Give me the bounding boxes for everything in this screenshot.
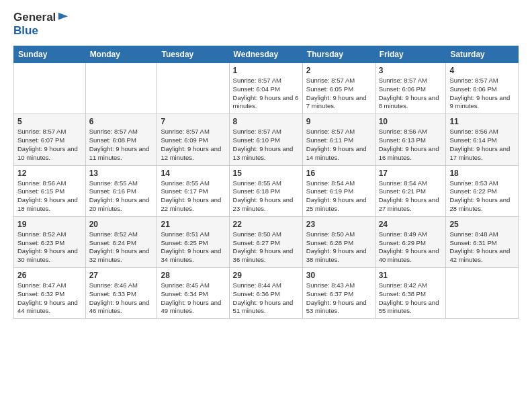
day-number: 7 — [161, 117, 225, 126]
weekday-header: Friday — [375, 46, 446, 63]
calendar-week-row: 26Sunrise: 8:47 AM Sunset: 6:32 PM Dayli… — [14, 268, 519, 319]
calendar-cell: 11Sunrise: 8:56 AM Sunset: 6:14 PM Dayli… — [446, 114, 519, 165]
calendar-cell: 28Sunrise: 8:45 AM Sunset: 6:34 PM Dayli… — [157, 268, 229, 319]
calendar-cell — [157, 63, 229, 114]
calendar-cell — [446, 268, 519, 319]
weekday-header: Monday — [85, 46, 157, 63]
logo-general-text: General — [13, 11, 56, 24]
calendar-cell — [85, 63, 157, 114]
day-number: 12 — [17, 169, 82, 178]
day-number: 26 — [17, 271, 82, 280]
day-number: 14 — [161, 169, 225, 178]
day-number: 6 — [89, 117, 154, 126]
weekday-header: Wednesday — [229, 46, 302, 63]
day-info: Sunrise: 8:47 AM Sunset: 6:32 PM Dayligh… — [17, 281, 82, 316]
calendar-cell: 14Sunrise: 8:55 AM Sunset: 6:17 PM Dayli… — [157, 165, 229, 216]
day-info: Sunrise: 8:57 AM Sunset: 6:05 PM Dayligh… — [306, 77, 371, 111]
day-info: Sunrise: 8:57 AM Sunset: 6:10 PM Dayligh… — [233, 128, 299, 162]
calendar-cell: 15Sunrise: 8:55 AM Sunset: 6:18 PM Dayli… — [229, 165, 302, 216]
day-number: 22 — [233, 220, 299, 229]
calendar-cell — [14, 63, 86, 114]
day-number: 27 — [89, 271, 154, 280]
day-number: 1 — [233, 66, 299, 75]
day-info: Sunrise: 8:45 AM Sunset: 6:34 PM Dayligh… — [161, 281, 225, 316]
calendar-week-row: 12Sunrise: 8:56 AM Sunset: 6:15 PM Dayli… — [14, 165, 519, 216]
day-number: 15 — [233, 169, 299, 178]
logo-flag-icon — [57, 11, 69, 24]
day-number: 11 — [449, 117, 515, 126]
calendar-cell: 20Sunrise: 8:52 AM Sunset: 6:24 PM Dayli… — [85, 216, 157, 267]
calendar-cell: 25Sunrise: 8:48 AM Sunset: 6:31 PM Dayli… — [446, 216, 519, 267]
calendar-cell: 26Sunrise: 8:47 AM Sunset: 6:32 PM Dayli… — [14, 268, 86, 319]
weekday-header: Tuesday — [157, 46, 229, 63]
day-number: 29 — [233, 271, 299, 280]
calendar-week-row: 5Sunrise: 8:57 AM Sunset: 6:07 PM Daylig… — [14, 114, 519, 165]
day-number: 8 — [233, 117, 299, 126]
calendar-cell: 6Sunrise: 8:57 AM Sunset: 6:08 PM Daylig… — [85, 114, 157, 165]
calendar-cell: 3Sunrise: 8:57 AM Sunset: 6:06 PM Daylig… — [375, 63, 446, 114]
day-info: Sunrise: 8:57 AM Sunset: 6:08 PM Dayligh… — [89, 128, 154, 162]
day-number: 30 — [306, 271, 371, 280]
calendar-cell: 13Sunrise: 8:55 AM Sunset: 6:16 PM Dayli… — [85, 165, 157, 216]
day-number: 13 — [89, 169, 154, 178]
calendar-cell: 27Sunrise: 8:46 AM Sunset: 6:33 PM Dayli… — [85, 268, 157, 319]
day-number: 5 — [17, 117, 82, 126]
calendar-cell: 21Sunrise: 8:51 AM Sunset: 6:25 PM Dayli… — [157, 216, 229, 267]
day-info: Sunrise: 8:44 AM Sunset: 6:36 PM Dayligh… — [233, 281, 299, 316]
calendar-header-row: SundayMondayTuesdayWednesdayThursdayFrid… — [14, 46, 519, 63]
day-info: Sunrise: 8:51 AM Sunset: 6:25 PM Dayligh… — [161, 230, 225, 265]
calendar-cell: 31Sunrise: 8:42 AM Sunset: 6:38 PM Dayli… — [375, 268, 446, 319]
calendar-cell: 19Sunrise: 8:52 AM Sunset: 6:23 PM Dayli… — [14, 216, 86, 267]
day-info: Sunrise: 8:43 AM Sunset: 6:37 PM Dayligh… — [306, 281, 371, 316]
day-number: 19 — [17, 220, 82, 229]
day-info: Sunrise: 8:57 AM Sunset: 6:09 PM Dayligh… — [161, 128, 225, 162]
day-info: Sunrise: 8:53 AM Sunset: 6:22 PM Dayligh… — [449, 179, 515, 214]
day-info: Sunrise: 8:50 AM Sunset: 6:28 PM Dayligh… — [306, 230, 371, 265]
calendar-cell: 17Sunrise: 8:54 AM Sunset: 6:21 PM Dayli… — [375, 165, 446, 216]
day-number: 31 — [379, 271, 443, 280]
logo: General Blue — [13, 11, 69, 38]
day-number: 2 — [306, 66, 371, 75]
day-number: 21 — [161, 220, 225, 229]
weekday-header: Thursday — [302, 46, 375, 63]
day-info: Sunrise: 8:57 AM Sunset: 6:07 PM Dayligh… — [17, 128, 82, 162]
calendar-cell: 30Sunrise: 8:43 AM Sunset: 6:37 PM Dayli… — [302, 268, 375, 319]
calendar-cell: 16Sunrise: 8:54 AM Sunset: 6:19 PM Dayli… — [302, 165, 375, 216]
calendar-cell: 1Sunrise: 8:57 AM Sunset: 6:04 PM Daylig… — [229, 63, 302, 114]
day-info: Sunrise: 8:55 AM Sunset: 6:18 PM Dayligh… — [233, 179, 299, 214]
calendar-cell: 24Sunrise: 8:49 AM Sunset: 6:29 PM Dayli… — [375, 216, 446, 267]
day-number: 23 — [306, 220, 371, 229]
day-info: Sunrise: 8:42 AM Sunset: 6:38 PM Dayligh… — [379, 281, 443, 316]
calendar-table: SundayMondayTuesdayWednesdayThursdayFrid… — [13, 46, 519, 319]
day-number: 3 — [379, 66, 443, 75]
day-info: Sunrise: 8:48 AM Sunset: 6:31 PM Dayligh… — [449, 230, 515, 265]
day-number: 4 — [449, 66, 515, 75]
day-number: 25 — [449, 220, 515, 229]
calendar-cell: 18Sunrise: 8:53 AM Sunset: 6:22 PM Dayli… — [446, 165, 519, 216]
day-info: Sunrise: 8:46 AM Sunset: 6:33 PM Dayligh… — [89, 281, 154, 316]
day-info: Sunrise: 8:56 AM Sunset: 6:13 PM Dayligh… — [379, 128, 443, 162]
day-number: 10 — [379, 117, 443, 126]
day-number: 9 — [306, 117, 371, 126]
calendar-week-row: 1Sunrise: 8:57 AM Sunset: 6:04 PM Daylig… — [14, 63, 519, 114]
day-info: Sunrise: 8:54 AM Sunset: 6:21 PM Dayligh… — [379, 179, 443, 214]
calendar-cell: 23Sunrise: 8:50 AM Sunset: 6:28 PM Dayli… — [302, 216, 375, 267]
calendar-cell: 9Sunrise: 8:57 AM Sunset: 6:11 PM Daylig… — [302, 114, 375, 165]
calendar-cell: 12Sunrise: 8:56 AM Sunset: 6:15 PM Dayli… — [14, 165, 86, 216]
calendar-cell: 10Sunrise: 8:56 AM Sunset: 6:13 PM Dayli… — [375, 114, 446, 165]
calendar-cell: 8Sunrise: 8:57 AM Sunset: 6:10 PM Daylig… — [229, 114, 302, 165]
day-info: Sunrise: 8:57 AM Sunset: 6:04 PM Dayligh… — [233, 77, 299, 111]
day-info: Sunrise: 8:52 AM Sunset: 6:23 PM Dayligh… — [17, 230, 82, 265]
day-number: 18 — [449, 169, 515, 178]
day-info: Sunrise: 8:49 AM Sunset: 6:29 PM Dayligh… — [379, 230, 443, 265]
day-info: Sunrise: 8:57 AM Sunset: 6:11 PM Dayligh… — [306, 128, 371, 162]
calendar-cell: 7Sunrise: 8:57 AM Sunset: 6:09 PM Daylig… — [157, 114, 229, 165]
day-number: 16 — [306, 169, 371, 178]
day-info: Sunrise: 8:54 AM Sunset: 6:19 PM Dayligh… — [306, 179, 371, 214]
weekday-header: Saturday — [446, 46, 519, 63]
header: General Blue — [13, 11, 519, 38]
calendar-cell: 5Sunrise: 8:57 AM Sunset: 6:07 PM Daylig… — [14, 114, 86, 165]
svg-marker-0 — [58, 13, 68, 20]
day-info: Sunrise: 8:57 AM Sunset: 6:06 PM Dayligh… — [379, 77, 443, 111]
calendar-cell: 2Sunrise: 8:57 AM Sunset: 6:05 PM Daylig… — [302, 63, 375, 114]
